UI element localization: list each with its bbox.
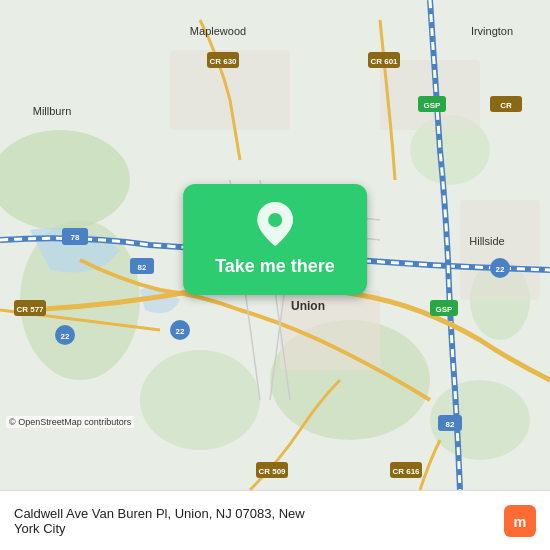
pin-icon xyxy=(257,202,293,250)
svg-text:CR 577: CR 577 xyxy=(16,305,44,314)
svg-text:GSP: GSP xyxy=(424,101,442,110)
osm-attribution: © OpenStreetMap contributors xyxy=(6,416,134,428)
svg-text:22: 22 xyxy=(61,332,70,341)
svg-text:CR: CR xyxy=(500,101,512,110)
svg-rect-9 xyxy=(380,60,480,130)
svg-rect-10 xyxy=(460,200,540,300)
svg-text:Hillside: Hillside xyxy=(469,235,504,247)
map-container: 82 78 22 22 GSP GSP CR 630 CR 601 CR 577… xyxy=(0,0,550,490)
svg-text:CR 630: CR 630 xyxy=(209,57,237,66)
svg-text:CR 601: CR 601 xyxy=(370,57,398,66)
bottom-bar: Caldwell Ave Van Buren Pl, Union, NJ 070… xyxy=(0,490,550,550)
svg-text:Union: Union xyxy=(291,299,325,313)
svg-text:Maplewood: Maplewood xyxy=(190,25,246,37)
svg-text:78: 78 xyxy=(71,233,80,242)
take-me-there-button[interactable]: Take me there xyxy=(183,184,367,295)
take-me-there-label: Take me there xyxy=(215,256,335,277)
svg-text:22: 22 xyxy=(176,327,185,336)
address-line2: York City xyxy=(14,521,305,536)
address-line1: Caldwell Ave Van Buren Pl, Union, NJ 070… xyxy=(14,506,305,521)
moovit-logo: m xyxy=(504,505,536,537)
svg-text:m: m xyxy=(514,513,527,529)
svg-text:GSP: GSP xyxy=(436,305,454,314)
svg-point-5 xyxy=(140,350,260,450)
svg-text:82: 82 xyxy=(446,420,455,429)
svg-text:22: 22 xyxy=(496,265,505,274)
moovit-icon: m xyxy=(504,505,536,537)
svg-text:Irvington: Irvington xyxy=(471,25,513,37)
svg-text:Millburn: Millburn xyxy=(33,105,72,117)
address-container: Caldwell Ave Van Buren Pl, Union, NJ 070… xyxy=(14,506,305,536)
svg-text:CR 616: CR 616 xyxy=(392,467,420,476)
svg-text:CR 509: CR 509 xyxy=(258,467,286,476)
svg-point-52 xyxy=(268,213,282,227)
svg-text:82: 82 xyxy=(138,263,147,272)
